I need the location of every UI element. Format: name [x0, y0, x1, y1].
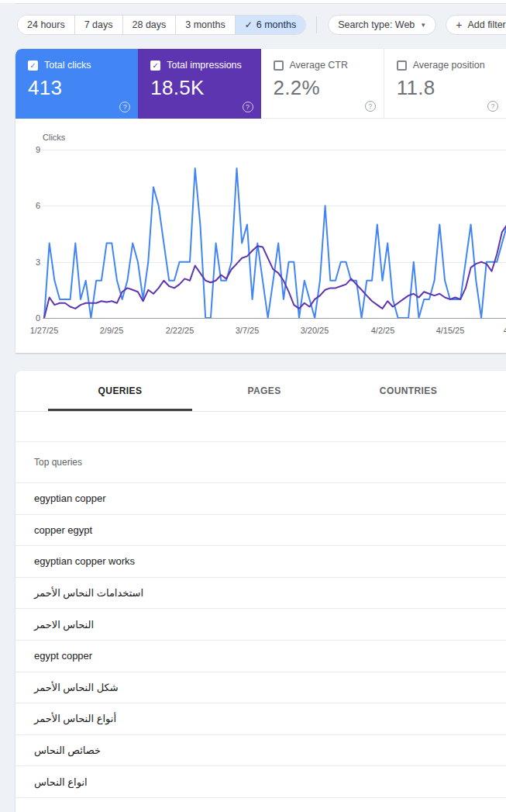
date-range-28-days[interactable]: 28 days	[123, 16, 177, 34]
average-position-card[interactable]: Average position 11.8 ?	[384, 49, 506, 119]
add-filter-label: Add filter	[467, 19, 505, 30]
total-clicks-card[interactable]: ✓ Total clicks 413 ?	[15, 49, 138, 119]
active-tab-underline	[48, 409, 192, 411]
date-range-label: 24 hours	[27, 19, 65, 30]
table-column-header[interactable]: Top queries	[15, 442, 506, 483]
table-row[interactable]: egypt copper	[15, 641, 506, 672]
tab-label: PAGES	[247, 385, 281, 396]
search-type-dropdown[interactable]: Search type: Web ▼	[328, 15, 436, 35]
y-axis-tick: 9	[22, 145, 40, 154]
checked-checkbox-icon[interactable]: ✓	[28, 60, 38, 71]
y-axis-tick: 3	[22, 257, 40, 267]
header-divider	[15, 3, 506, 4]
date-range-6-months[interactable]: ✓ 6 months	[236, 16, 305, 34]
date-range-label: 3 months	[185, 19, 225, 30]
date-range-7-days[interactable]: 7 days	[75, 16, 123, 34]
search-type-label: Search type: Web	[338, 19, 415, 30]
check-icon: ✓	[245, 19, 253, 30]
x-axis-tick: 4/15/25	[436, 326, 465, 335]
filter-bar-divider	[316, 16, 317, 33]
dimension-tab-bar: QUERIES PAGES COUNTRIES	[15, 371, 506, 412]
query-text: انواع النحاس	[34, 776, 88, 788]
table-row[interactable]: انواع النحاس	[15, 766, 506, 798]
metric-cards-row: ✓ Total clicks 413 ? ✓ Total impressions…	[15, 49, 506, 119]
date-range-chip-group: 24 hours 7 days 28 days 3 months ✓ 6 mon…	[17, 15, 306, 35]
metric-value: 11.8	[397, 76, 494, 100]
table-row[interactable]: شكل النحاس الأحمر	[15, 672, 506, 704]
table-row[interactable]: egyptian copper	[15, 483, 506, 515]
x-axis-tick: 3/7/25	[236, 326, 260, 335]
query-text: خصائص النحاس	[34, 745, 101, 756]
chevron-down-icon: ▼	[420, 22, 426, 29]
table-row[interactable]: استخدامات النحاس الأحمر	[15, 578, 506, 610]
add-filter-button[interactable]: + Add filter	[446, 15, 506, 35]
metric-label: Total clicks	[44, 60, 91, 71]
metric-value: 18.5K	[150, 76, 248, 100]
tab-countries[interactable]: COUNTRIES	[336, 371, 480, 411]
date-range-24-hours[interactable]: 24 hours	[18, 16, 75, 34]
metric-value: 413	[28, 76, 126, 100]
x-axis-tick: 2/9/25	[100, 326, 124, 335]
table-row[interactable]: خصائص النحاس	[15, 735, 506, 767]
top-queries-header: Top queries	[34, 457, 82, 468]
query-text: copper egypt	[34, 524, 92, 536]
table-row[interactable]: copper egypt	[15, 515, 506, 547]
chart-axis-title: Clicks	[43, 133, 65, 142]
metric-label: Average CTR	[290, 60, 349, 71]
date-range-label: 7 days	[84, 19, 113, 30]
x-axis-tick: 4/28/25	[504, 326, 506, 335]
query-text: egyptian copper	[34, 492, 106, 504]
x-axis-tick: 1/27/25	[30, 326, 59, 335]
unchecked-checkbox-icon[interactable]	[274, 60, 284, 71]
help-icon[interactable]: ?	[487, 101, 498, 112]
unchecked-checkbox-icon[interactable]	[397, 60, 407, 71]
x-axis-line	[43, 318, 506, 319]
x-axis-tick: 2/22/25	[166, 326, 194, 335]
date-range-label: 6 months	[256, 19, 296, 30]
tab-label: COUNTRIES	[380, 385, 437, 396]
query-text: شكل النحاس الأحمر	[34, 682, 119, 693]
metric-label: Average position	[413, 60, 485, 71]
help-icon[interactable]: ?	[119, 102, 130, 112]
table-row[interactable]: أنواع النحاس الأحمر	[15, 703, 506, 735]
tab-label: QUERIES	[98, 385, 143, 396]
query-text: egyptian copper works	[34, 555, 135, 567]
tab-queries[interactable]: QUERIES	[48, 371, 192, 411]
metric-label: Total impressions	[167, 60, 242, 71]
performance-panel: ✓ Total clicks 413 ? ✓ Total impressions…	[15, 49, 506, 353]
performance-chart-svg[interactable]	[43, 150, 506, 318]
table-row[interactable]: egyptian copper works	[15, 546, 506, 578]
plus-icon: +	[456, 19, 462, 31]
date-range-3-months[interactable]: 3 months	[176, 16, 235, 34]
y-axis-tick: 6	[22, 201, 40, 210]
metric-value: 2.2%	[274, 76, 371, 100]
x-axis-tick: 4/2/25	[371, 326, 395, 335]
dimensions-table-panel: QUERIES PAGES COUNTRIES Top queries egyp…	[15, 371, 506, 812]
checked-checkbox-icon[interactable]: ✓	[150, 60, 160, 71]
query-text: النحاس الاحمر	[34, 619, 94, 631]
tab-pages[interactable]: PAGES	[192, 371, 336, 411]
x-axis-tick: 3/20/25	[301, 326, 329, 335]
date-range-label: 28 days	[133, 19, 167, 30]
average-ctr-card[interactable]: Average CTR 2.2% ?	[261, 49, 384, 119]
total-impressions-card[interactable]: ✓ Total impressions 18.5K ?	[138, 49, 260, 119]
query-text: egypt copper	[34, 650, 92, 662]
table-toolbar-row	[15, 412, 506, 442]
y-axis-tick: 0	[22, 313, 40, 323]
table-row[interactable]: النحاس الاحمر	[15, 609, 506, 641]
query-text: استخدامات النحاس الأحمر	[34, 587, 143, 599]
query-text: أنواع النحاس الأحمر	[34, 713, 116, 724]
help-icon[interactable]: ?	[243, 102, 253, 112]
help-icon[interactable]: ?	[365, 101, 376, 112]
filter-bar: 24 hours 7 days 28 days 3 months ✓ 6 mon…	[17, 15, 506, 35]
